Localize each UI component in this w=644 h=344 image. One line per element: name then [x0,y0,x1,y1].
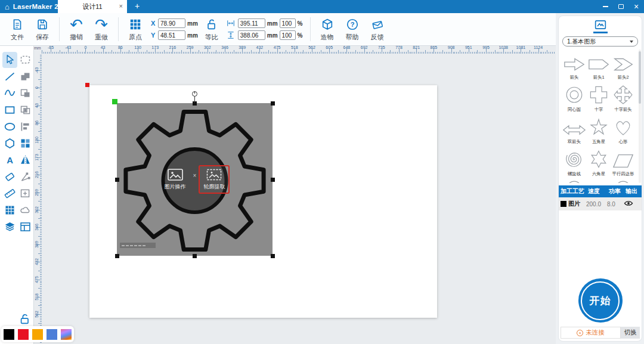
shape-gallery: 箭头箭头1箭头2同心圆十字十字箭头双箭头五角星心形螺旋线六角星平行四边形 [562,49,636,183]
process-table-row[interactable]: 图片200.08.0 [559,197,642,210]
array-grid-tool[interactable] [18,135,33,151]
rainbow-color-swatch[interactable] [61,329,72,340]
shape-crossarrow[interactable]: 十字箭头 [611,82,635,114]
mirror-tool[interactable] [18,152,33,168]
eraser-tool[interactable] [2,169,17,185]
shape-concentric[interactable]: 同心圆 [562,82,586,114]
origin-button[interactable]: 原点 [123,14,148,44]
curve-tool[interactable] [2,85,17,101]
save-button[interactable]: 保存 [30,14,55,44]
polygon-tool[interactable] [2,135,17,151]
feedback-icon [371,17,384,32]
line-tool[interactable] [2,69,17,85]
selection-handle-top-left[interactable] [112,99,117,104]
start-button[interactable]: 开始 [578,278,623,323]
cube-icon [321,17,334,32]
color-swatch[interactable] [47,329,57,340]
design-canvas[interactable]: mm -85-430438613017321625930234638943247… [34,46,556,344]
shape-star6[interactable]: 六角星 [587,146,611,178]
window-layout-tool[interactable] [18,219,33,235]
selection-handle-bottom-right[interactable] [271,254,275,258]
process-table: 加工工艺速度功率输出 图片200.08.0 [559,185,642,210]
intersect-tool[interactable] [18,102,33,118]
gallery-scrollbar[interactable] [639,49,641,183]
horizontal-ruler: -85-430438613017321625930234638943247551… [34,46,556,54]
node-edit-tool[interactable] [18,169,33,185]
subtract-tool[interactable] [18,85,33,101]
document-tab-label: 设计11 [82,2,102,11]
undo-button[interactable]: ↶ 撤销 [64,14,89,44]
shape-star5[interactable]: 五角星 [587,114,611,146]
align-tool[interactable] [18,119,33,135]
stamp-tool[interactable] [18,202,33,218]
shape-library-tab[interactable] [559,20,642,33]
file-button[interactable]: 文件 [5,14,30,44]
shape-category-select[interactable]: 1.基本图形 [562,36,638,47]
right-panel: 1.基本图形 箭头箭头1箭头2同心圆十字十字箭头双箭头五角星心形螺旋线六角星平行… [556,13,644,344]
image-operations-button[interactable]: 图片操作 [160,165,191,194]
file-icon [11,17,24,32]
ruler-tool[interactable] [2,185,17,202]
shape-heart[interactable]: 心形 [611,114,635,146]
ellipse-tool[interactable] [2,119,17,135]
shape-doublearrow[interactable]: 双箭头 [562,114,586,146]
x-position-input[interactable] [158,18,185,28]
height-percent-input[interactable] [280,30,296,40]
selection-handle-middle-right[interactable] [271,178,275,182]
selection-handle-bottom-left[interactable] [115,254,119,258]
layers-tool[interactable] [2,219,17,235]
window-minimize-button[interactable] [597,0,613,13]
aspect-ratio-lock-button[interactable]: 等比 [201,14,222,44]
disconnected-icon: × [577,330,583,336]
vertical-ruler: -430438613017321625930234638943247551856… [34,54,42,344]
width-percent-input[interactable] [280,18,296,28]
image-overlay-menu: 图片操作 × 轮廓提取 [117,103,273,256]
color-palette [1,326,74,342]
rectangle-tool[interactable] [2,102,17,118]
x-label: X [151,20,156,27]
selection-handle-bottom-center[interactable] [193,254,197,258]
shape-arrow1[interactable]: 箭头1 [587,49,611,82]
help-button[interactable]: ? 帮助 [340,14,365,44]
window-close-button[interactable]: × [628,0,644,13]
shape-spiral[interactable]: 螺旋线 [562,146,586,178]
table-grid-tool[interactable] [2,202,17,218]
home-icon[interactable]: ⌂ [5,2,10,11]
help-icon: ? [346,17,359,32]
window-maximize-button[interactable] [613,0,628,13]
shape-cross[interactable]: 十字 [587,82,611,114]
marquee-select-tool[interactable] [18,52,33,68]
weld-union-tool[interactable] [18,69,33,85]
text-tool[interactable]: A [2,152,17,168]
create-button[interactable]: 造物 [315,14,340,44]
width-input[interactable] [238,18,265,28]
new-tab-button[interactable]: + [131,0,144,13]
switch-device-button[interactable]: 切换 [621,327,640,339]
shape-parallelogram[interactable]: 平行四边形 [611,146,635,178]
selection-handle-middle-left[interactable] [115,178,119,182]
svg-text:?: ? [350,21,354,28]
selection-handle-top-right[interactable] [271,101,275,106]
document-tab[interactable]: 设计11 × [58,0,127,13]
color-swatch[interactable] [18,329,29,340]
gear-raster-image[interactable]: 图片操作 × 轮廓提取 [117,103,273,256]
shape-arrow2[interactable]: 箭头2 [611,49,635,82]
shape-arrow[interactable]: 箭头 [562,49,586,82]
feedback-button[interactable]: 反馈 [365,14,390,44]
color-swatch[interactable] [32,329,43,340]
undo-icon: ↶ [70,17,83,32]
color-swatch[interactable] [4,329,14,340]
select-tool[interactable] [2,52,17,68]
tab-close-icon[interactable]: × [119,2,123,10]
rotation-handle[interactable] [192,91,197,97]
redo-button[interactable]: ↷ 重做 [89,14,114,44]
unlock-icon [205,17,218,32]
output-visibility-toggle[interactable] [624,200,642,208]
rotation-stem [194,96,195,103]
height-input[interactable] [238,30,265,40]
y-position-input[interactable] [158,30,185,40]
contour-extract-button[interactable]: 轮廓提取 [199,165,230,194]
shape-partial [587,178,611,183]
extend-frame-tool[interactable] [18,185,33,202]
svg-text:A: A [7,156,13,165]
